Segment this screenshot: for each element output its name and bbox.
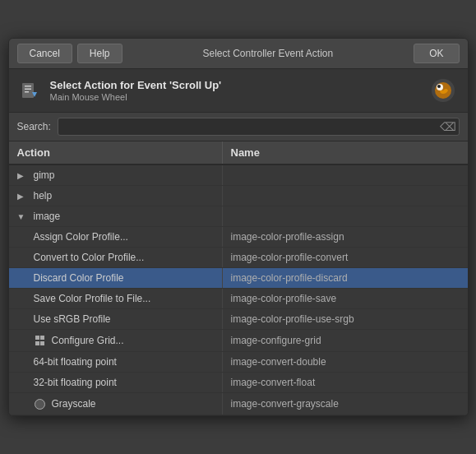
- row-name-64bit: image-convert-double: [223, 352, 468, 372]
- search-label: Search:: [17, 121, 51, 132]
- svg-rect-0: [22, 83, 34, 98]
- toolbar-title: Select Controller Event Action: [127, 48, 409, 59]
- grayscale-icon: [34, 397, 47, 410]
- row-name-gimp: [223, 171, 468, 179]
- table-header: Action Name: [9, 141, 468, 165]
- row-label: image: [34, 211, 61, 222]
- table-row[interactable]: Save Color Profile to File... image-colo…: [9, 289, 468, 309]
- row-name-convert-color: image-color-profile-convert: [223, 248, 468, 267]
- svg-rect-2: [25, 89, 31, 90]
- toolbar: Cancel Help Select Controller Event Acti…: [9, 39, 468, 69]
- row-action-configure-grid: Configure Grid...: [9, 330, 223, 351]
- row-action-grayscale: Grayscale: [9, 393, 223, 415]
- row-label: Save Color Profile to File...: [34, 293, 151, 304]
- table-row[interactable]: Assign Color Profile... image-color-prof…: [9, 227, 468, 248]
- help-button[interactable]: Help: [77, 44, 122, 63]
- titlebar-right: [428, 76, 458, 105]
- action-icon: [19, 79, 42, 102]
- table-row[interactable]: ▼ image: [9, 206, 468, 227]
- table-row[interactable]: 32-bit floating point image-convert-floa…: [9, 373, 468, 393]
- row-label: Grayscale: [52, 398, 96, 410]
- row-label: Configure Grid...: [52, 335, 124, 346]
- expand-arrow-icon: ▶: [17, 171, 29, 180]
- row-name-save-color: image-color-profile-save: [223, 289, 468, 308]
- titlebar-text: Select Action for Event 'Scroll Up' Main…: [50, 79, 420, 102]
- action-table: Action Name ▶ gimp ▶ help ▼ image: [9, 141, 468, 415]
- search-input[interactable]: [58, 118, 460, 136]
- row-label: Convert to Color Profile...: [34, 252, 145, 263]
- row-action-gimp: ▶ gimp: [9, 165, 223, 185]
- row-name-configure-grid: image-configure-grid: [223, 331, 468, 350]
- row-name-use-srgb: image-color-profile-use-srgb: [223, 309, 468, 329]
- row-action-32bit: 32-bit floating point: [9, 373, 223, 392]
- svg-rect-1: [25, 86, 31, 87]
- row-label: gimp: [34, 169, 55, 181]
- row-action-64bit: 64-bit floating point: [9, 352, 223, 372]
- row-action-discard-color: Discard Color Profile: [9, 268, 223, 288]
- svg-point-8: [437, 85, 441, 88]
- row-label: Assign Color Profile...: [34, 231, 128, 243]
- dialog-subtitle: Main Mouse Wheel: [50, 92, 420, 102]
- row-name-assign-color: image-color-profile-assign: [223, 227, 468, 247]
- expand-arrow-icon: ▼: [17, 212, 29, 221]
- search-clear-button[interactable]: ⌫: [440, 121, 456, 132]
- row-name-discard-color: image-color-profile-discard: [223, 268, 468, 288]
- row-action-image: ▼ image: [9, 206, 223, 226]
- cancel-button[interactable]: Cancel: [17, 44, 72, 63]
- row-name-image: [223, 212, 468, 220]
- search-wrapper: ⌫: [58, 118, 460, 136]
- row-name-grayscale: image-convert-grayscale: [223, 394, 468, 414]
- gimp-logo-icon: [428, 76, 458, 105]
- column-action: Action: [9, 141, 223, 164]
- dialog: Cancel Help Select Controller Event Acti…: [8, 38, 469, 416]
- row-action-assign-color: Assign Color Profile...: [9, 227, 223, 247]
- table-row[interactable]: Use sRGB Profile image-color-profile-use…: [9, 309, 468, 330]
- table-row[interactable]: 64-bit floating point image-convert-doub…: [9, 352, 468, 373]
- table-row[interactable]: Convert to Color Profile... image-color-…: [9, 248, 468, 268]
- svg-rect-3: [25, 91, 29, 93]
- column-name: Name: [223, 141, 468, 164]
- table-row[interactable]: Configure Grid... image-configure-grid: [9, 330, 468, 352]
- row-name-help: [223, 192, 468, 200]
- table-row[interactable]: Discard Color Profile image-color-profil…: [9, 268, 468, 289]
- search-bar: Search: ⌫: [9, 113, 468, 141]
- expand-arrow-icon: ▶: [17, 192, 29, 201]
- row-action-use-srgb: Use sRGB Profile: [9, 309, 223, 329]
- row-action-convert-color: Convert to Color Profile...: [9, 248, 223, 267]
- row-label: Discard Color Profile: [34, 272, 124, 284]
- grid-icon: [34, 334, 47, 347]
- titlebar: Select Action for Event 'Scroll Up' Main…: [9, 69, 468, 113]
- row-label: Use sRGB Profile: [34, 313, 111, 325]
- row-label: help: [34, 190, 53, 202]
- row-label: 64-bit floating point: [34, 356, 117, 368]
- table-row[interactable]: Grayscale image-convert-grayscale: [9, 393, 468, 415]
- ok-button[interactable]: OK: [414, 44, 459, 63]
- dialog-title: Select Action for Event 'Scroll Up': [50, 79, 420, 91]
- row-name-32bit: image-convert-float: [223, 373, 468, 392]
- table-row[interactable]: ▶ help: [9, 186, 468, 206]
- row-action-save-color: Save Color Profile to File...: [9, 289, 223, 308]
- row-label: 32-bit floating point: [34, 377, 117, 388]
- table-row[interactable]: ▶ gimp: [9, 165, 468, 186]
- row-action-help: ▶ help: [9, 186, 223, 206]
